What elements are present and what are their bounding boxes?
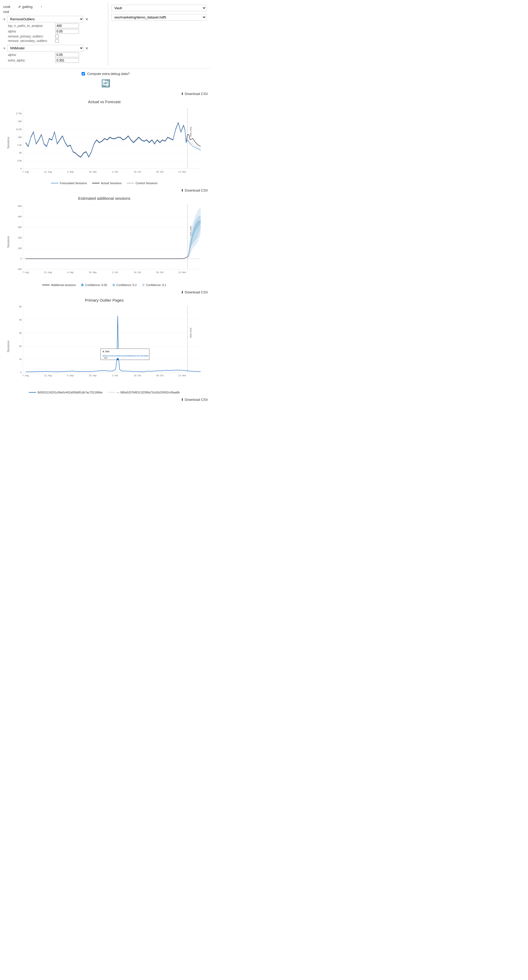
alpha1-input[interactable] [55,29,79,34]
svg-text:: 406: : 406 [103,357,107,360]
compute-debug-label: Compute extra debug data? [87,72,130,76]
svg-text:12.5k: 12.5k [16,128,22,130]
remove-primary-checkbox[interactable] [55,35,59,38]
breadcrumb-cook: cook [3,5,10,9]
svg-text:-10k: -10k [17,268,22,271]
svg-text:4k: 4k [19,318,22,321]
svg-text:1k: 1k [19,358,22,361]
actual-vs-forecast-legend: Forecasted Sessions Actual Sessions Cont… [5,181,203,185]
svg-text:6. Oct: 6. Oct [103,350,109,353]
param-label: remove_secondary_outliers: [8,39,54,43]
svg-text:4. Sep: 4. Sep [67,374,73,377]
svg-text:7. Aug: 7. Aug [22,271,29,274]
top-n-paths-input[interactable] [55,24,79,28]
download-csv1-link[interactable]: ⬇ Download CSV [181,92,208,96]
svg-text:4. Sep: 4. Sep [67,271,73,274]
svg-text:2. Oct: 2. Oct [112,271,118,274]
y-axis-label-3: Sessions [6,340,10,353]
refresh-button[interactable]: 🔄 [101,79,110,88]
svg-text:13. Nov: 13. Nov [179,271,187,274]
estimated-sessions-legend: Additional sessions Confidence: 0.05 Con… [5,283,203,286]
plugin2-select[interactable]: NNModel [7,45,84,51]
download-icon1: ⬇ [181,92,184,96]
svg-text:10k: 10k [18,136,22,138]
actual-vs-forecast-chart: 0 2.5k 5k 7.5k 10k 12.5k 15k 17.5k 7. Au… [11,105,203,179]
svg-text:4. Sep: 4. Sep [67,170,73,173]
svg-text:18. Sep: 18. Sep [89,170,97,173]
svg-text:2.5k: 2.5k [17,159,22,162]
svg-text:3k: 3k [19,332,22,334]
svg-text:18. Sep: 18. Sep [89,271,97,274]
param-label: top_n_paths_to_analyse: [8,24,54,28]
primary-outlier-chart: 0 1k 2k 3k 4k 5k 7. Aug 21. Aug 4. Sep 1… [11,304,203,388]
svg-text:40k: 40k [18,215,22,218]
svg-text:17.5k: 17.5k [16,112,22,115]
download-icon4: ⬇ [181,398,184,402]
remove-plugin2-button[interactable]: ✕ [85,46,88,50]
svg-text:30k: 30k [18,226,22,229]
svg-text:10k: 10k [18,247,22,250]
download-icon2: ⬇ [181,188,184,192]
y-axis-label-2: Sessions [6,236,10,248]
breadcrumb-root: root [3,10,9,14]
param-label: extra_alpha: [8,59,54,62]
download-csv4-link[interactable]: ⬇ Download CSV [181,398,208,402]
svg-text:7.5k: 7.5k [17,144,22,146]
svg-text:f6553124201c06e0c461b058d81db7: f6553124201c06e0c461b058d81db7ac752186be [103,355,148,357]
svg-text:21. Aug: 21. Aug [44,374,52,377]
actual-vs-forecast-title: Actual vs Forecast [5,99,203,104]
svg-text:18. Sep: 18. Sep [89,374,97,377]
plugin1-select[interactable]: RemoveOutliers [7,16,84,22]
svg-text:5k: 5k [19,305,22,308]
svg-text:30. Oct: 30. Oct [156,271,164,274]
svg-text:30. Oct: 30. Oct [156,374,164,377]
svg-text:21. Aug: 21. Aug [44,271,52,274]
svg-text:20k: 20k [18,236,22,239]
svg-text:0: 0 [20,167,22,170]
download-csv3-link[interactable]: ⬇ Download CSV [181,290,208,294]
alpha2-input[interactable] [55,52,79,57]
svg-text:5k: 5k [19,151,22,154]
svg-text:16. Oct: 16. Oct [134,271,141,274]
compute-debug-checkbox[interactable] [81,72,85,75]
y-axis-label-1: Sessions [6,137,10,149]
estimated-sessions-title: Estimated additional sessions [5,196,203,200]
remove-secondary-checkbox[interactable] [55,39,59,43]
svg-text:0: 0 [20,258,22,260]
svg-text:13. Nov: 13. Nov [179,374,187,377]
svg-text:2. Oct: 2. Oct [112,170,118,173]
svg-text:21. Aug: 21. Aug [44,170,52,173]
svg-text:Start date: Start date [190,127,192,137]
extra-alpha-input[interactable] [55,58,79,63]
add-plugin2-button[interactable]: + [3,46,6,51]
param-label: alpha: [8,30,54,33]
download-csv2-link[interactable]: ⬇ Download CSV [181,188,208,192]
svg-text:2k: 2k [19,345,22,347]
svg-text:16. Oct: 16. Oct [134,374,141,377]
svg-text:Start date: Start date [190,328,192,338]
remove-plugin1-button[interactable]: ✕ [85,17,88,21]
param-label: remove_primary_outliers: [8,35,54,38]
svg-text:0: 0 [20,371,22,374]
estimated-sessions-chart: 0 10k 20k 30k 40k 50k -10k 7. Aug 21. Au… [11,202,203,281]
svg-text:15k: 15k [18,120,22,123]
add-plugin-button[interactable]: + [3,17,6,22]
dataset-select[interactable]: seo/marketing/demo_dataset.hdf5 [112,14,206,21]
breadcrumb-arrow: ↑ [40,5,42,9]
vault-select[interactable]: Vault [112,5,206,11]
svg-text:7. Aug: 7. Aug [22,374,29,377]
param-label: alpha: [8,53,54,57]
svg-text:2. Oct: 2. Oct [112,374,118,377]
svg-text:7. Aug: 7. Aug [22,170,29,173]
svg-text:13. Nov: 13. Nov [179,170,187,173]
svg-text:50k: 50k [18,205,22,207]
svg-text:16. Oct: 16. Oct [134,170,141,173]
primary-outlier-title: Primary Outlier Pages [5,298,203,302]
primary-outlier-legend: fb5553124201c06e0c461b058d81db7ac752186b… [5,391,203,394]
download-icon3: ⬇ [181,290,184,294]
breadcrumb-gatting: ✔ gatting [18,5,32,9]
svg-text:30. Oct: 30. Oct [156,170,164,173]
svg-point-84 [117,358,119,360]
